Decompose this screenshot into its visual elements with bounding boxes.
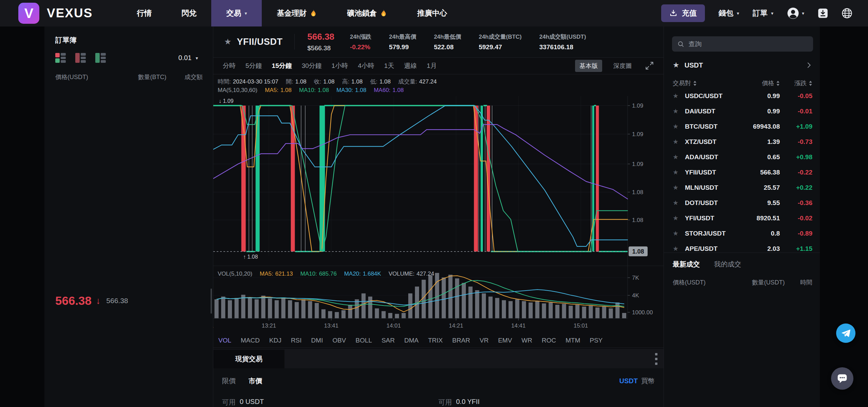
indicator-dmi[interactable]: DMI — [311, 337, 323, 344]
indicator-dma[interactable]: DMA — [404, 337, 418, 344]
indicator-mtm[interactable]: MTM — [566, 337, 580, 344]
nav-item-4[interactable]: 基金理財 — [262, 0, 332, 26]
nav-item-3[interactable]: 交易▾ — [211, 0, 262, 26]
orderbook-header-price: 價格(USDT) — [55, 73, 120, 81]
indicator-psy[interactable]: PSY — [590, 337, 603, 344]
timeframe-週線[interactable]: 週線 — [404, 61, 417, 70]
order-type-market[interactable]: 市價 — [249, 376, 262, 386]
star-icon[interactable]: ★ — [673, 107, 685, 115]
tab-latest-trades[interactable]: 最新成交 — [673, 260, 700, 269]
indicator-trix[interactable]: TRIX — [428, 337, 442, 344]
fullscreen-button[interactable] — [645, 61, 654, 70]
search-input[interactable] — [689, 40, 808, 48]
basic-view-button[interactable]: 基本版 — [575, 60, 602, 72]
timeframe-15分鐘[interactable]: 15分鐘 — [272, 61, 292, 70]
star-icon[interactable]: ★ — [673, 123, 685, 130]
account-icon — [787, 7, 799, 19]
brand[interactable]: V VEXUS — [18, 3, 93, 24]
pair-row-usdc[interactable]: ★USDC/USDT0.99-0.05 — [664, 88, 820, 104]
chart-area[interactable]: 1.091.091.091.081.087K4K1000.0013:0113:2… — [213, 74, 664, 333]
nav-item-6[interactable]: 推廣中心 — [402, 0, 462, 26]
pair-row-storj[interactable]: ★STORJ/USDT0.8-0.89 — [664, 226, 820, 241]
star-icon[interactable]: ★ — [673, 138, 685, 146]
nav-menu-2[interactable]: 訂單▾ — [753, 8, 773, 18]
pair-row-mln[interactable]: ★MLN/USDT25.57+0.22 — [664, 180, 820, 195]
depth-view-button[interactable]: 深度圖 — [613, 62, 632, 70]
svg-text:4K: 4K — [632, 292, 639, 299]
timeframe-4小時[interactable]: 4小時 — [358, 61, 374, 70]
language-globe-button[interactable] — [842, 8, 852, 19]
pair-row-yfii[interactable]: ★YFII/USDT566.38-0.22 — [664, 165, 820, 180]
pair-row-ada[interactable]: ★ADA/USDT0.65+0.98 — [664, 149, 820, 165]
timeframe-分時[interactable]: 分時 — [223, 61, 236, 70]
info-label: 開: — [286, 78, 293, 85]
info-label: 高: — [342, 78, 350, 85]
quote-currency-link[interactable]: USDT — [619, 377, 638, 385]
pair-row-dai[interactable]: ★DAI/USDT0.99-0.01 — [664, 104, 820, 119]
timeframe-1天[interactable]: 1天 — [384, 61, 394, 70]
market-group-usdt[interactable]: ★ USDT — [673, 58, 812, 72]
deposit-button[interactable]: 充值 — [661, 4, 705, 22]
orderbook-view-both-icon[interactable] — [55, 53, 66, 63]
scrollbar-thumb[interactable] — [211, 289, 212, 314]
indicator-vol[interactable]: VOL — [218, 337, 231, 344]
tab-my-trades[interactable]: 我的成交 — [714, 260, 741, 269]
pair-row-ape[interactable]: ★APE/USDT2.03+1.15 — [664, 241, 820, 253]
timeframe-5分鐘[interactable]: 5分鐘 — [245, 61, 262, 70]
pair-row-dot[interactable]: ★DOT/USDT9.55-0.36 — [664, 195, 820, 210]
nav-item-5[interactable]: 礦池鎖倉 — [332, 0, 402, 26]
chat-support-button[interactable] — [831, 367, 853, 390]
star-icon[interactable]: ★ — [673, 92, 685, 100]
star-icon[interactable]: ★ — [673, 214, 685, 222]
info-label: MA30: — [336, 87, 353, 93]
indicator-rsi[interactable]: RSI — [291, 337, 302, 344]
pair-change: -0.02 — [780, 215, 812, 222]
star-icon[interactable]: ★ — [673, 153, 685, 161]
nav-item-1[interactable]: 行情 — [122, 0, 166, 26]
pair-price: 0.65 — [739, 153, 780, 161]
star-icon[interactable]: ★ — [673, 184, 685, 191]
pair-price: 9.55 — [739, 199, 780, 207]
app-download-button[interactable] — [818, 8, 828, 18]
search-box[interactable] — [672, 36, 813, 52]
pair-change: -0.89 — [780, 230, 812, 237]
indicator-vr[interactable]: VR — [480, 337, 489, 344]
more-menu-icon[interactable] — [655, 353, 657, 365]
indicator-kdj[interactable]: KDJ — [269, 337, 281, 344]
indicator-wr[interactable]: WR — [521, 337, 532, 344]
indicator-brar[interactable]: BRAR — [452, 337, 470, 344]
orderbook-view-bids-icon[interactable] — [95, 53, 106, 63]
indicator-obv[interactable]: OBV — [332, 337, 346, 344]
svg-text:13:01: 13:01 — [213, 322, 214, 329]
pair-row-xtz[interactable]: ★XTZ/USDT1.39-0.73 — [664, 134, 820, 149]
indicator-boll[interactable]: BOLL — [356, 337, 372, 344]
nav-item-2[interactable]: 閃兌 — [166, 0, 211, 26]
kline-chart[interactable]: 1.091.091.091.081.087K4K1000.0013:0113:2… — [213, 74, 664, 337]
timeframe-1月[interactable]: 1月 — [427, 61, 437, 70]
order-type-limit[interactable]: 限價 — [222, 376, 236, 386]
indicator-macd[interactable]: MACD — [241, 337, 260, 344]
precision-dropdown[interactable]: 0.01 ▾ — [178, 54, 198, 62]
tab-spot-trading[interactable]: 現貨交易 — [213, 350, 284, 368]
pair-row-btc[interactable]: ★BTC/USDT69943.08+1.09 — [664, 119, 820, 134]
star-icon[interactable]: ★ — [673, 199, 685, 207]
star-icon: ★ — [673, 61, 679, 70]
nav-menu-1[interactable]: 錢包▾ — [718, 8, 739, 18]
indicator-roc[interactable]: ROC — [542, 337, 556, 344]
timeframe-30分鐘[interactable]: 30分鐘 — [302, 61, 322, 70]
pair-row-yfi[interactable]: ★YFI/USDT8920.51-0.02 — [664, 210, 820, 226]
telegram-button[interactable] — [836, 323, 855, 343]
account-menu[interactable]: ▾ — [787, 7, 804, 19]
sort-icon — [693, 80, 697, 86]
sort-by-price[interactable]: 價格 — [739, 79, 780, 87]
indicator-sar[interactable]: SAR — [381, 337, 395, 344]
star-icon[interactable]: ★ — [673, 245, 685, 253]
sort-by-pair[interactable]: 交易對 — [673, 79, 739, 87]
star-icon[interactable]: ★ — [673, 168, 685, 176]
indicator-emv[interactable]: EMV — [498, 337, 512, 344]
timeframe-1小時[interactable]: 1小時 — [332, 61, 348, 70]
sort-by-change[interactable]: 漲跌 — [780, 79, 812, 87]
favorite-star-icon[interactable]: ★ — [224, 37, 232, 47]
star-icon[interactable]: ★ — [673, 229, 685, 237]
orderbook-view-asks-icon[interactable] — [75, 53, 86, 63]
